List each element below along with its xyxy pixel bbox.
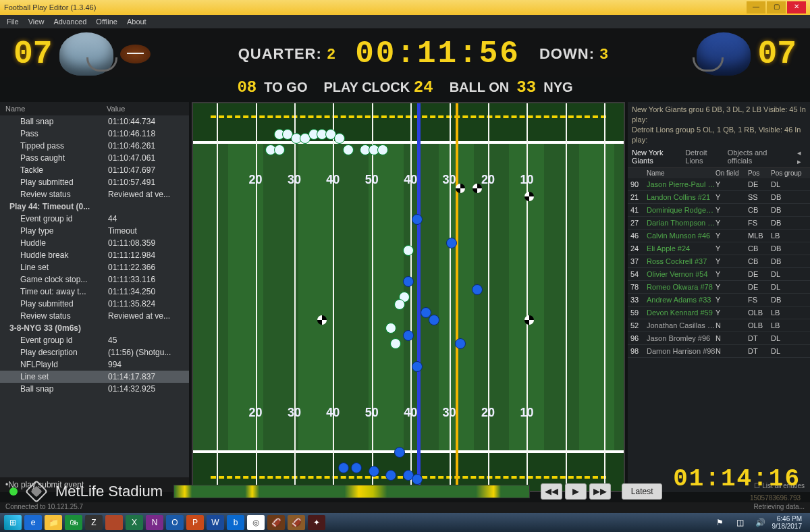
taskbar-football2-icon[interactable]: 🏈: [288, 515, 305, 530]
roster-row[interactable]: 90Jason Pierre-Paul #90YDEDL: [628, 178, 810, 191]
roster-row[interactable]: 24Eli Apple #24YCBDB: [628, 242, 810, 255]
player-marker[interactable]: [472, 284, 483, 295]
tray-volume-icon[interactable]: 🔊: [752, 515, 770, 530]
official-marker[interactable]: [473, 184, 482, 193]
taskbar-zebra-icon[interactable]: Z: [85, 515, 103, 530]
latest-button[interactable]: Latest: [622, 483, 662, 500]
roster-row[interactable]: 41Dominique Rodgers-C...YCBDB: [628, 204, 810, 217]
official-marker[interactable]: [524, 315, 534, 325]
player-marker[interactable]: [274, 144, 285, 155]
event-row[interactable]: Event group id44: [0, 213, 189, 225]
player-marker[interactable]: [385, 323, 396, 334]
plug-icon[interactable]: [25, 480, 48, 503]
taskbar-word-icon[interactable]: W: [207, 515, 224, 530]
event-row[interactable]: Review statusReviewed at ve...: [0, 188, 189, 201]
taskbar-blank-icon[interactable]: [105, 515, 123, 530]
forward-button[interactable]: ▶▶: [589, 483, 611, 500]
event-row[interactable]: Tipped pass01:10:46.261: [0, 140, 189, 152]
field-view[interactable]: 20203030404050504040303020201010: [192, 102, 625, 492]
event-row[interactable]: Huddle01:11:08.359: [0, 237, 189, 249]
event-row[interactable]: Ball snap01:10:44.734: [0, 115, 189, 128]
event-row[interactable]: Ball snap01:14:32.925: [0, 383, 189, 395]
player-marker[interactable]: [446, 238, 457, 248]
player-marker[interactable]: [390, 338, 401, 349]
taskbar-store-icon[interactable]: 🛍: [65, 515, 82, 530]
taskbar-powerpoint-icon[interactable]: P: [186, 515, 204, 530]
event-row[interactable]: Review statusReviewed at ve...: [0, 310, 189, 322]
tabs-scroll-icon[interactable]: ◂ ▸: [797, 149, 806, 166]
player-marker[interactable]: [403, 245, 414, 256]
window-minimize-button[interactable]: —: [747, 1, 765, 14]
player-marker[interactable]: [403, 330, 414, 341]
player-marker[interactable]: [455, 338, 466, 349]
roster-row[interactable]: 59Devon Kennard #59YOLBLB: [628, 307, 810, 319]
player-marker[interactable]: [412, 214, 423, 225]
timeline-scrubber[interactable]: [173, 485, 530, 498]
event-row[interactable]: Pass caught01:10:47.061: [0, 152, 189, 164]
player-marker[interactable]: [412, 361, 423, 372]
roster-row[interactable]: 54Olivier Vernon #54YDEDL: [628, 268, 810, 281]
taskbar-ie-icon[interactable]: e: [24, 515, 42, 530]
event-row[interactable]: Play submitted01:11:35.824: [0, 298, 189, 310]
rewind-button[interactable]: ◀◀: [541, 483, 562, 500]
roster-list[interactable]: 90Jason Pierre-Paul #90YDEDL21Landon Col…: [628, 178, 810, 479]
roster-row[interactable]: 98Damon Harrison #98NDTDL: [628, 345, 810, 358]
menu-about[interactable]: About: [127, 18, 146, 26]
start-button[interactable]: ⊞: [4, 515, 22, 530]
menu-offline[interactable]: Offline: [96, 18, 117, 26]
play-button[interactable]: ▶: [565, 483, 587, 500]
event-list[interactable]: Ball snap01:10:44.734Pass01:10:46.118Tip…: [0, 115, 189, 477]
taskbar-explorer-icon[interactable]: 📁: [45, 515, 62, 530]
menu-advanced[interactable]: Advanced: [53, 18, 86, 26]
player-marker[interactable]: [403, 276, 414, 287]
menu-file[interactable]: File: [7, 18, 19, 26]
menu-view[interactable]: View: [28, 18, 45, 26]
roster-row[interactable]: 21Landon Collins #21YSSDB: [628, 191, 810, 204]
event-row[interactable]: Line set01:11:22.366: [0, 261, 189, 273]
tray-network-icon[interactable]: ◫: [732, 515, 749, 530]
official-marker[interactable]: [317, 315, 327, 325]
official-marker[interactable]: [456, 184, 465, 193]
event-row[interactable]: Play typeTimeout: [0, 225, 189, 237]
roster-row[interactable]: 46Calvin Munson #46YMLBLB: [628, 230, 810, 242]
event-group-header[interactable]: 3-8-NYG 33 (0m6s): [0, 322, 189, 334]
player-marker[interactable]: [429, 315, 439, 325]
taskbar-chrome-icon[interactable]: ◎: [247, 515, 265, 530]
official-marker[interactable]: [524, 192, 534, 201]
taskbar-excel-icon[interactable]: X: [126, 515, 143, 530]
roster-row[interactable]: 78Romeo Okwara #78YDEDL: [628, 281, 810, 294]
event-row[interactable]: Play submitted01:10:57.491: [0, 176, 189, 188]
player-marker[interactable]: [377, 144, 388, 155]
taskbar-onenote-icon[interactable]: N: [146, 515, 163, 530]
event-row[interactable]: Line set01:14:17.837: [0, 371, 189, 383]
player-marker[interactable]: [394, 299, 405, 310]
taskbar-box-icon[interactable]: b: [227, 515, 244, 530]
window-close-button[interactable]: ✕: [787, 1, 806, 14]
event-row[interactable]: Pass01:10:46.118: [0, 128, 189, 140]
roster-row[interactable]: 96Jason Bromley #96NDTDL: [628, 332, 810, 345]
roster-row[interactable]: 37Ross Cockrell #37YCBDB: [628, 255, 810, 268]
roster-row[interactable]: 27Darian Thompson #27YFSDB: [628, 217, 810, 230]
event-row[interactable]: Time out: away t...01:11:34.250: [0, 286, 189, 298]
event-row[interactable]: Play description(11:56) (Shotgu...: [0, 346, 189, 358]
player-marker[interactable]: [334, 133, 345, 144]
event-row[interactable]: Game clock stop...01:11:33.116: [0, 273, 189, 286]
player-marker[interactable]: [394, 447, 405, 458]
roster-row[interactable]: 33Andrew Adams #33YFSDB: [628, 294, 810, 307]
event-group-header[interactable]: Play 44: Timeout (0...: [0, 201, 189, 213]
tab-objects[interactable]: Objects and officials: [728, 149, 784, 166]
player-marker[interactable]: [343, 144, 354, 155]
roster-row[interactable]: 52Jonathan Casillas #52NOLBLB: [628, 319, 810, 332]
tray-flag-icon[interactable]: ⚑: [711, 515, 729, 530]
taskbar-misc-icon[interactable]: ✦: [308, 515, 325, 530]
tab-det[interactable]: Detroit Lions: [685, 149, 721, 166]
event-row[interactable]: Huddle break01:11:12.984: [0, 249, 189, 261]
taskbar-football1-icon[interactable]: 🏈: [267, 515, 285, 530]
event-row[interactable]: Tackle01:10:47.697: [0, 164, 189, 176]
tab-nyg[interactable]: New York Giants: [632, 149, 678, 166]
event-row[interactable]: NFLPlayId994: [0, 358, 189, 371]
taskbar-outlook-icon[interactable]: O: [166, 515, 184, 530]
event-row[interactable]: Event group id45: [0, 334, 189, 346]
window-maximize-button[interactable]: ▢: [767, 1, 786, 14]
taskbar-clock[interactable]: 6:46 PM9/18/2017: [772, 515, 807, 530]
